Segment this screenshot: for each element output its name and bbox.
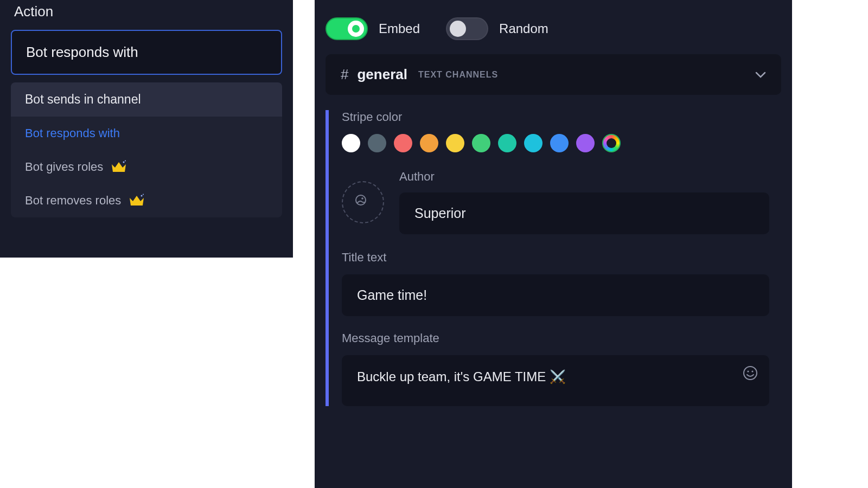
svg-point-8 — [751, 370, 753, 372]
channel-name: general — [357, 66, 407, 83]
action-option-label: Bot sends in channel — [25, 92, 141, 107]
emoji-picker-button[interactable] — [742, 365, 758, 381]
random-toggle-wrap: Random — [446, 17, 548, 40]
action-option-label: Bot removes roles — [25, 194, 121, 208]
stripe-color-label: Stripe color — [342, 110, 769, 124]
svg-point-6 — [744, 367, 757, 380]
embed-panel: Embed Random # general TEXT CHANNELS Str… — [315, 0, 792, 488]
image-icon — [353, 192, 373, 212]
hash-icon: # — [341, 66, 348, 83]
author-input[interactable]: Superior — [399, 192, 769, 234]
message-text: Buckle up team, it's GAME TIME ⚔️ — [357, 369, 566, 384]
svg-point-0 — [123, 162, 125, 163]
channel-picker[interactable]: # general TEXT CHANNELS — [326, 54, 781, 95]
title-input[interactable]: Game time! — [342, 274, 769, 316]
svg-point-1 — [125, 160, 126, 162]
embed-toggle[interactable] — [326, 17, 368, 40]
action-option-removes-roles[interactable]: Bot removes roles — [11, 184, 282, 217]
action-panel: Action Bot responds with Bot sends in ch… — [0, 0, 293, 258]
color-swatch[interactable] — [394, 134, 412, 152]
author-avatar-upload[interactable] — [342, 181, 384, 223]
crown-icon — [111, 160, 127, 174]
random-toggle-label: Random — [499, 21, 548, 36]
color-swatch-row — [342, 134, 769, 152]
action-select[interactable]: Bot responds with — [11, 30, 282, 75]
title-label: Title text — [342, 251, 769, 265]
color-swatch[interactable] — [524, 134, 542, 152]
message-input[interactable]: Buckle up team, it's GAME TIME ⚔️ — [342, 355, 769, 406]
action-option-responds[interactable]: Bot responds with — [11, 117, 282, 150]
color-swatch[interactable] — [342, 134, 360, 152]
embed-stripe-area: Stripe color Author Superior Title text … — [326, 110, 781, 406]
action-option-label: Bot gives roles — [25, 160, 103, 174]
svg-point-2 — [141, 195, 143, 197]
action-dropdown: Bot sends in channel Bot responds with B… — [11, 82, 282, 217]
action-heading: Action — [11, 0, 282, 30]
smiley-icon — [742, 365, 758, 381]
action-option-sends[interactable]: Bot sends in channel — [11, 82, 282, 117]
color-swatch[interactable] — [498, 134, 516, 152]
color-picker-button[interactable] — [602, 134, 621, 152]
svg-point-5 — [361, 197, 363, 200]
color-swatch[interactable] — [446, 134, 464, 152]
color-swatch[interactable] — [368, 134, 386, 152]
color-swatch[interactable] — [420, 134, 438, 152]
chevron-down-icon — [755, 72, 766, 78]
author-row: Author Superior — [342, 170, 769, 234]
channel-group: TEXT CHANNELS — [418, 70, 498, 80]
svg-point-7 — [747, 370, 749, 372]
toggles-row: Embed Random — [326, 12, 781, 54]
author-label: Author — [399, 170, 769, 184]
crown-icon — [129, 194, 145, 208]
svg-point-3 — [143, 194, 144, 195]
embed-toggle-label: Embed — [379, 21, 420, 36]
embed-toggle-wrap: Embed — [326, 17, 420, 40]
action-option-label: Bot responds with — [25, 126, 120, 140]
color-swatch[interactable] — [550, 134, 569, 152]
action-option-gives-roles[interactable]: Bot gives roles — [11, 150, 282, 184]
color-swatch[interactable] — [576, 134, 595, 152]
random-toggle[interactable] — [446, 17, 488, 40]
message-label: Message template — [342, 331, 769, 345]
color-swatch[interactable] — [472, 134, 490, 152]
